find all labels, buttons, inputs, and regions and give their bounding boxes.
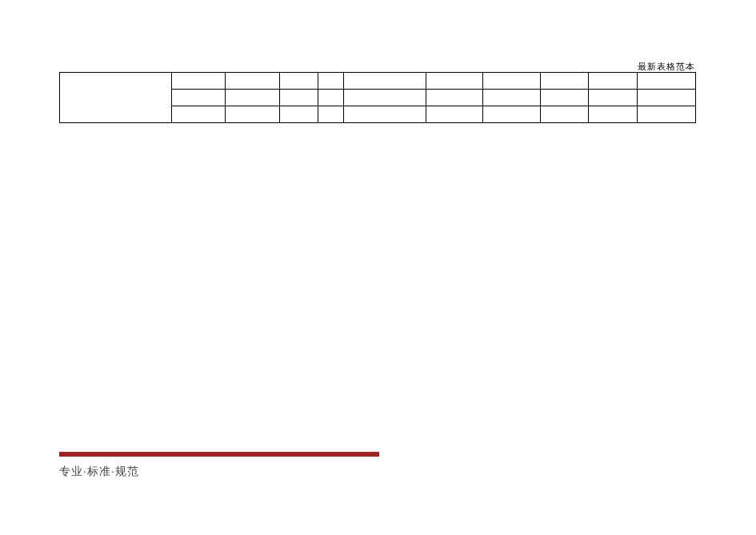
cell <box>589 73 637 90</box>
form-table <box>59 72 696 123</box>
cell <box>318 73 343 90</box>
cell <box>171 90 226 106</box>
cell <box>426 106 483 123</box>
cell <box>280 73 318 90</box>
footer-motto: 专业·标准·规范 <box>59 465 379 479</box>
cell <box>318 90 343 106</box>
cell <box>540 90 588 106</box>
cell <box>637 106 695 123</box>
cell <box>280 106 318 123</box>
cell <box>540 73 588 90</box>
cell <box>483 106 541 123</box>
cell <box>426 73 483 90</box>
cell <box>343 73 426 90</box>
cell <box>540 106 588 123</box>
cell <box>589 90 637 106</box>
cell <box>589 106 637 123</box>
cell <box>483 90 541 106</box>
cell <box>171 73 226 90</box>
cell <box>426 90 483 106</box>
row-header-cell <box>60 73 172 123</box>
table <box>59 72 696 123</box>
cell <box>343 90 426 106</box>
footer: 专业·标准·规范 <box>59 452 379 479</box>
cell <box>171 106 226 123</box>
table-row <box>60 73 696 90</box>
cell <box>226 90 280 106</box>
cell <box>483 73 541 90</box>
cell <box>226 106 280 123</box>
header-label: 最新表格范本 <box>638 61 695 73</box>
cell <box>226 73 280 90</box>
cell <box>280 90 318 106</box>
cell <box>343 106 426 123</box>
cell <box>637 73 695 90</box>
cell <box>318 106 343 123</box>
cell <box>637 90 695 106</box>
accent-bar <box>59 452 379 457</box>
